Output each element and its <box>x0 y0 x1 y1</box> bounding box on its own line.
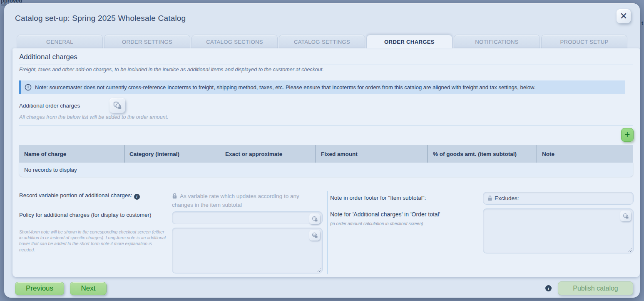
header-divider <box>15 29 629 29</box>
next-button[interactable]: Next <box>70 282 107 295</box>
column-header[interactable]: Category (internal) <box>124 145 220 163</box>
additional-order-charges-label: Additional order charges <box>19 103 80 109</box>
tab-general[interactable]: GENERAL <box>17 35 103 48</box>
charges-table-header: Name of charge Category (internal) Exact… <box>19 145 633 163</box>
column-header[interactable]: Fixed amount <box>316 145 428 163</box>
dialog-title: Catalog set-up: Spring 2025 Wholesale Ca… <box>15 14 186 23</box>
policy-help-text: Short-form note will be shown in the cor… <box>19 229 167 253</box>
lock-icon <box>172 193 177 199</box>
policy-short-note-input[interactable] <box>172 211 323 224</box>
section-heading: Additional charges <box>19 53 77 61</box>
column-header[interactable]: % of goods amt. (item subtotal) <box>428 145 537 163</box>
lock-icon <box>487 196 492 201</box>
incoterms-note-text: Note: sourcemaster does not currently cr… <box>35 84 535 90</box>
add-charge-button[interactable]: + <box>621 128 634 142</box>
variable-portion-value: As variable rate which updates according… <box>172 192 320 210</box>
divider <box>19 65 633 65</box>
policy-label: Policy for additional charges (for displ… <box>19 211 152 219</box>
tab-bar: GENERAL ORDER SETTINGS CATALOG SECTIONS … <box>17 35 627 48</box>
charges-hint: All charges from the below list will be … <box>19 114 169 120</box>
previous-button[interactable]: Previous <box>15 282 64 295</box>
translate-lock-icon[interactable] <box>309 213 320 224</box>
page-root: { "backdrop": { "fragment_top_left": "pp… <box>0 0 644 301</box>
tab-order-charges[interactable]: ORDER CHARGES <box>366 35 453 48</box>
section-subtitle: Freight, taxes and other add-on charges,… <box>19 67 633 73</box>
order-total-note-label: Note for 'Additional charges' in 'Order … <box>330 211 440 218</box>
close-button[interactable]: ✕ <box>617 9 631 23</box>
item-subtotal-note-input[interactable]: Excludes: <box>483 192 634 205</box>
copy-lock-icon <box>113 101 122 110</box>
dialog-footer: Previous Next i Publish catalog <box>4 278 640 298</box>
catalog-setup-dialog: Catalog set-up: Spring 2025 Wholesale Ca… <box>4 3 640 298</box>
order-total-note-textarea[interactable] <box>483 208 634 253</box>
publish-info-icon[interactable]: i <box>545 285 552 291</box>
charges-table: Name of charge Category (internal) Exact… <box>19 145 633 177</box>
form-divider <box>327 191 328 274</box>
plus-icon: + <box>625 129 630 140</box>
translate-lock-icon[interactable] <box>620 211 631 221</box>
policy-long-note-textarea[interactable] <box>172 228 323 273</box>
tab-order-settings[interactable]: ORDER SETTINGS <box>104 35 190 48</box>
order-charges-panel: Additional charges Freight, taxes and ot… <box>12 48 640 277</box>
translate-lock-icon[interactable] <box>309 230 320 241</box>
incoterms-note: Note: sourcemaster does not currently cr… <box>19 80 625 94</box>
column-header[interactable]: Name of charge <box>19 145 124 163</box>
close-icon: ✕ <box>620 11 627 22</box>
table-empty-row: No records to display <box>19 163 633 177</box>
order-total-note-hint: (in order amount calculation in checkout… <box>330 221 423 226</box>
column-header[interactable]: Note <box>537 145 633 163</box>
item-subtotal-note-label: Note in order footer for "Item subtotal"… <box>330 195 426 201</box>
tab-catalog-sections[interactable]: CATALOG SECTIONS <box>191 35 278 48</box>
publish-catalog-button[interactable]: Publish catalog <box>558 281 633 295</box>
variable-portion-label: Record variable portion of additional ch… <box>19 192 169 200</box>
item-subtotal-note-value: Excludes: <box>495 195 519 201</box>
divider <box>19 125 633 126</box>
copy-lock-icon-button[interactable] <box>109 98 125 113</box>
background-text-fragment: t <box>642 20 643 26</box>
info-icon[interactable]: i <box>134 194 140 200</box>
tab-catalog-settings[interactable]: CATALOG SETTINGS <box>279 35 365 48</box>
resize-handle[interactable] <box>316 267 321 272</box>
dialog-header: Catalog set-up: Spring 2025 Wholesale Ca… <box>4 3 640 28</box>
tab-notifications[interactable]: NOTIFICATIONS <box>454 35 540 48</box>
tab-product-setup[interactable]: PRODUCT SETUP <box>541 35 627 48</box>
alert-circle-icon <box>25 84 32 91</box>
resize-handle[interactable] <box>627 247 632 252</box>
column-header[interactable]: Exact or approximate <box>220 145 316 163</box>
